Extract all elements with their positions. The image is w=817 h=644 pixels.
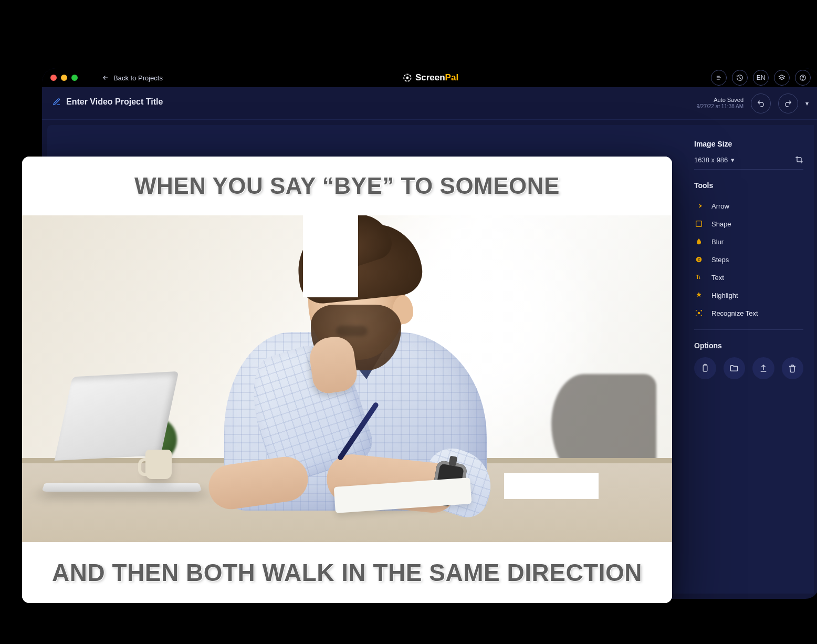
- tool-label: Recognize Text: [711, 309, 758, 317]
- brand-part-b: Pal: [445, 72, 459, 82]
- brand-part-a: Screen: [415, 72, 445, 82]
- close-window-button[interactable]: [50, 75, 57, 81]
- tool-label: Text: [711, 274, 724, 282]
- svg-text:2: 2: [698, 257, 700, 261]
- maximize-window-button[interactable]: [71, 75, 78, 81]
- chevron-down-icon: ▾: [731, 156, 735, 164]
- tool-text[interactable]: Tt Text: [694, 268, 803, 286]
- edit-icon: [53, 98, 61, 106]
- tool-steps[interactable]: 2 Steps: [694, 251, 803, 268]
- text-icon: Tt: [694, 273, 704, 282]
- history-icon: [736, 74, 743, 81]
- more-dropdown[interactable]: ▾: [805, 100, 809, 107]
- options-row: [694, 357, 803, 379]
- tool-label: Highlight: [711, 292, 738, 299]
- menu-lines-icon: [715, 74, 722, 81]
- folder-icon: [729, 363, 739, 373]
- trash-icon: [788, 363, 797, 373]
- tool-label: Blur: [711, 238, 724, 246]
- upload-icon: [759, 363, 768, 373]
- undo-button[interactable]: [751, 94, 771, 113]
- folder-button[interactable]: [724, 357, 746, 379]
- autosave-time: 9/27/22 at 11:38 AM: [696, 103, 743, 110]
- image-size-value: 1638 x 986: [694, 156, 728, 164]
- back-to-projects-button[interactable]: Back to Projects: [102, 74, 163, 82]
- autosave-label: Auto Saved: [696, 97, 743, 103]
- language-label: EN: [757, 74, 766, 81]
- white-overlay-1: [303, 215, 358, 297]
- tools-heading: Tools: [694, 181, 803, 190]
- clipboard-button[interactable]: [694, 357, 716, 379]
- tool-highlight[interactable]: Highlight: [694, 286, 803, 304]
- titlebar: Back to Projects ScreenPal EN: [42, 68, 817, 87]
- layers-button[interactable]: [774, 70, 790, 86]
- project-title-placeholder: Enter Video Project Title: [66, 97, 163, 107]
- tool-label: Arrow: [711, 202, 729, 210]
- autosave-status: Auto Saved 9/27/22 at 11:38 AM: [696, 97, 743, 110]
- help-icon: [799, 74, 806, 81]
- tool-label: Shape: [711, 220, 731, 228]
- svg-text:t: t: [699, 275, 700, 280]
- logo-icon: [403, 73, 412, 82]
- options-heading: Options: [694, 341, 803, 350]
- tool-blur[interactable]: Blur: [694, 233, 803, 251]
- scan-text-icon: [694, 308, 704, 318]
- tool-label: Steps: [711, 256, 729, 264]
- shape-icon: [694, 219, 704, 228]
- history-button[interactable]: [732, 70, 748, 86]
- delete-button[interactable]: [782, 357, 804, 379]
- svg-point-9: [698, 312, 699, 314]
- meme-caption-top: WHEN YOU SAY “BYE” TO SOMEONE: [22, 157, 672, 215]
- back-label: Back to Projects: [113, 74, 163, 82]
- side-panel: Image Size 1638 x 986 ▾ Tools Arrow: [684, 125, 814, 594]
- svg-point-3: [803, 79, 803, 79]
- divider: [694, 329, 803, 330]
- tool-shape[interactable]: Shape: [694, 215, 803, 233]
- titlebar-actions: EN: [711, 70, 811, 86]
- tool-arrow[interactable]: Arrow: [694, 197, 803, 215]
- upload-button[interactable]: [752, 357, 774, 379]
- svg-rect-4: [696, 221, 702, 227]
- app-logo: ScreenPal: [403, 72, 458, 83]
- meme-preview-card: WHEN YOU SAY “BYE” TO SOMEONE: [22, 157, 672, 603]
- layers-icon: [778, 74, 785, 81]
- arrow-icon: [694, 201, 704, 211]
- clipboard-icon: [700, 363, 710, 373]
- redo-button[interactable]: [778, 94, 798, 113]
- blur-icon: [694, 237, 704, 246]
- svg-rect-10: [703, 365, 707, 371]
- minimize-window-button[interactable]: [61, 75, 67, 81]
- meme-caption-bottom: AND THEN BOTH WALK IN THE SAME DIRECTION: [22, 542, 672, 603]
- image-size-row[interactable]: 1638 x 986 ▾: [694, 155, 803, 170]
- help-button[interactable]: [795, 70, 811, 86]
- language-button[interactable]: EN: [753, 70, 769, 86]
- steps-icon: 2: [694, 255, 704, 264]
- image-size-heading: Image Size: [694, 140, 803, 148]
- project-bar: Enter Video Project Title Auto Saved 9/2…: [42, 87, 817, 120]
- project-title-input[interactable]: Enter Video Project Title: [53, 97, 163, 109]
- laptop-illustration: [43, 374, 211, 495]
- redo-icon: [784, 99, 792, 108]
- svg-point-1: [406, 77, 409, 79]
- arrow-left-icon: [102, 74, 109, 81]
- menu-button[interactable]: [711, 70, 727, 86]
- crop-icon[interactable]: [795, 155, 803, 164]
- undo-icon: [757, 99, 765, 108]
- tool-recognize-text[interactable]: Recognize Text: [694, 304, 803, 322]
- mug-illustration: [145, 450, 172, 479]
- window-controls: [50, 75, 78, 81]
- white-overlay-2: [504, 473, 599, 499]
- meme-image: [22, 215, 672, 542]
- highlight-icon: [694, 290, 704, 300]
